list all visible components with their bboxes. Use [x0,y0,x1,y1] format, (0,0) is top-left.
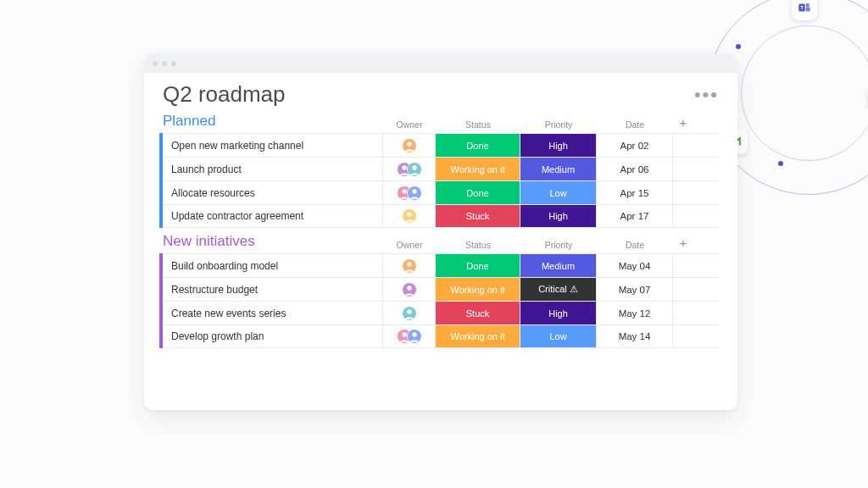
row-trailing-cell [673,302,693,324]
table-row[interactable]: Update contractor agreement Stuck High A… [163,204,719,228]
priority-pill: Low [520,325,596,347]
status-pill: Done [436,181,520,204]
status-cell[interactable]: Stuck [436,205,520,227]
teams-icon: T [792,0,817,20]
table-row[interactable]: Open new marketing channel Done High Apr… [163,133,719,157]
date-cell[interactable]: May 07 [597,278,673,301]
task-name-cell[interactable]: Launch product [163,158,383,180]
group-new: New initiatives OwnerStatusPriorityDate … [163,233,719,348]
row-trailing-cell [673,181,693,204]
svg-text:T: T [800,5,804,10]
priority-cell[interactable]: Critical ⚠ [520,278,597,301]
status-cell[interactable]: Working on it [436,278,520,301]
orbit-dot [778,161,783,166]
owner-cell[interactable] [383,158,436,180]
status-pill: Working on it [436,325,520,347]
priority-pill: Medium [520,158,596,180]
avatar [402,282,417,297]
avatar [407,162,422,177]
priority-cell[interactable]: Medium [520,158,597,180]
row-trailing-cell [673,325,693,347]
status-cell[interactable]: Done [436,134,520,157]
date-cell[interactable]: Apr 17 [597,205,673,227]
column-header-status: Status [436,119,520,131]
column-header-date: Date [597,240,673,252]
priority-pill: High [520,302,596,324]
status-pill: Done [436,134,520,157]
owner-cell[interactable] [383,181,436,204]
table-row[interactable]: Build onboarding model Done Medium May 0… [163,253,719,277]
orbit-dot [736,44,741,49]
row-trailing-cell [673,134,693,157]
group-rows: Open new marketing channel Done High Apr… [159,133,719,228]
svg-rect-8 [739,138,741,146]
svg-rect-2 [806,7,810,11]
task-name-cell[interactable]: Update contractor agreement [163,205,383,227]
column-header-owner: Owner [383,119,436,131]
integration-orbit-inner [741,25,868,161]
status-pill: Stuck [436,205,520,227]
group-planned: Planned OwnerStatusPriorityDate + Open n… [163,113,719,228]
app-window: Q2 roadmap ••• Planned OwnerStatusPriori… [144,54,737,410]
svg-point-1 [806,3,810,8]
date-cell[interactable]: Apr 06 [597,158,673,180]
status-cell[interactable]: Done [436,181,520,204]
status-cell[interactable]: Done [436,254,520,277]
priority-cell[interactable]: High [520,302,597,324]
avatar [402,138,417,153]
priority-cell[interactable]: Low [520,325,597,347]
traffic-light-dot [162,61,167,66]
date-cell[interactable]: May 04 [597,254,673,277]
owner-cell[interactable] [383,278,436,301]
column-header-priority: Priority [520,240,597,252]
task-name-cell[interactable]: Build onboarding model [163,254,383,277]
avatar [402,208,417,224]
priority-pill: High [520,205,596,227]
table-row[interactable]: Allocate resources Done Low Apr 15 [163,180,719,204]
date-cell[interactable]: May 12 [597,302,673,324]
table-row[interactable]: Restructure budget Working on it Critica… [163,277,719,301]
column-header-date: Date [597,119,673,131]
column-header-status: Status [436,240,520,252]
table-row[interactable]: Create new events series Stuck High May … [163,301,719,324]
priority-cell[interactable]: High [520,134,597,157]
row-trailing-cell [673,158,693,180]
avatar [402,258,417,274]
owner-cell[interactable] [383,325,436,347]
owner-cell[interactable] [383,254,436,277]
owner-cell[interactable] [383,302,436,324]
status-pill: Working on it [436,158,520,180]
table-row[interactable]: Launch product Working on it Medium Apr … [163,157,719,180]
priority-cell[interactable]: High [520,205,597,227]
status-cell[interactable]: Working on it [436,325,520,347]
group-title[interactable]: Planned [163,113,383,131]
owner-cell[interactable] [383,205,436,227]
priority-pill: Critical ⚠ [520,278,596,301]
priority-pill: Medium [520,254,596,277]
status-pill: Done [436,254,520,277]
status-cell[interactable]: Stuck [436,302,520,324]
priority-cell[interactable]: Low [520,181,597,204]
column-header-priority: Priority [520,119,597,131]
status-pill: Stuck [436,302,520,324]
add-column-button[interactable]: + [673,115,693,131]
task-name-cell[interactable]: Allocate resources [163,181,383,204]
table-row[interactable]: Develop growth plan Working on it Low Ma… [163,324,719,348]
date-cell[interactable]: Apr 15 [597,181,673,204]
window-title-bar [144,54,737,73]
task-name-cell[interactable]: Restructure budget [163,278,383,301]
task-name-cell[interactable]: Develop growth plan [163,325,383,347]
priority-cell[interactable]: Medium [520,254,597,277]
add-column-button[interactable]: + [673,236,693,252]
date-cell[interactable]: Apr 02 [597,134,673,157]
avatar [407,329,422,344]
date-cell[interactable]: May 14 [597,325,673,347]
group-title[interactable]: New initiatives [163,233,383,252]
task-name-cell[interactable]: Open new marketing channel [163,134,383,157]
task-name-cell[interactable]: Create new events series [163,302,383,324]
owner-cell[interactable] [383,134,436,157]
avatar [402,306,417,321]
more-menu-icon[interactable]: ••• [694,86,719,104]
status-cell[interactable]: Working on it [436,158,520,180]
column-header-owner: Owner [383,240,436,252]
